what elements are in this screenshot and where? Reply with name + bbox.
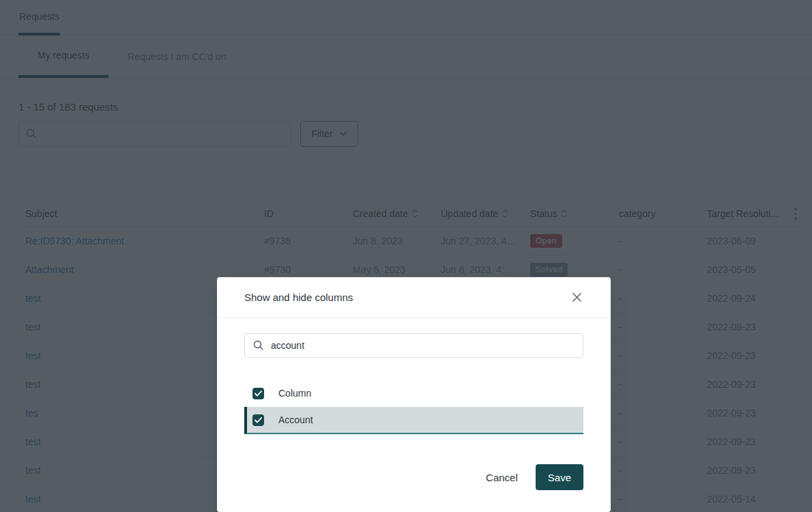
checkbox-checked[interactable] bbox=[252, 414, 264, 426]
close-icon[interactable] bbox=[570, 291, 583, 304]
column-option-account[interactable]: Account bbox=[244, 407, 583, 434]
column-search-box[interactable] bbox=[244, 333, 583, 358]
dialog-body: Column Account bbox=[217, 318, 611, 434]
column-option-label: Column bbox=[278, 388, 311, 399]
save-button[interactable]: Save bbox=[536, 464, 583, 490]
column-option-label: Account bbox=[278, 414, 313, 425]
dialog-header: Show and hide columns bbox=[217, 277, 611, 318]
dialog-title: Show and hide columns bbox=[244, 291, 353, 303]
column-options-list: Column Account bbox=[244, 380, 583, 434]
column-option-column[interactable]: Column bbox=[244, 380, 583, 407]
checkbox-checked[interactable] bbox=[252, 388, 264, 399]
search-icon bbox=[253, 340, 264, 351]
dialog-footer: Cancel Save bbox=[479, 464, 583, 490]
cancel-button[interactable]: Cancel bbox=[479, 466, 525, 489]
show-hide-columns-dialog: Show and hide columns Column Account bbox=[217, 277, 611, 512]
column-search-input[interactable] bbox=[271, 340, 575, 351]
